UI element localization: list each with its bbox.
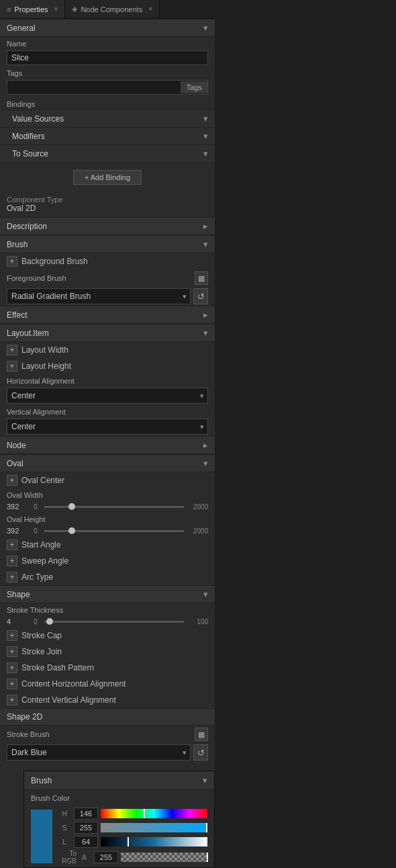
arc-type-plus[interactable]: + — [7, 572, 17, 582]
node-components-tab-close[interactable]: × — [148, 5, 152, 13]
oval-width-slider[interactable] — [44, 506, 184, 508]
general-section-header[interactable]: General — [0, 19, 215, 37]
to-source-label: To Source — [12, 149, 48, 159]
effect-chevron-icon — [203, 310, 208, 320]
a-input[interactable] — [94, 851, 118, 863]
name-input[interactable] — [7, 50, 208, 65]
s-label: S — [58, 824, 71, 832]
oval-height-value: 392 — [7, 527, 27, 535]
brush-popup-title: Brush — [31, 776, 52, 785]
brush-popup-chevron-icon[interactable] — [203, 775, 207, 785]
stroke-join-plus[interactable]: + — [7, 646, 17, 657]
stroke-cap-plus[interactable]: + — [7, 630, 17, 641]
modifiers-header[interactable]: Modifiers — [0, 127, 215, 144]
properties-tab-close[interactable]: × — [54, 5, 58, 13]
foreground-brush-dropdown-row: Radial Gradient Brush ↺ — [7, 288, 208, 304]
arc-type-row[interactable]: + Arc Type — [0, 569, 215, 585]
v-align-dropdown-row: Center Left Right Stretch — [7, 419, 208, 435]
layout-item-section-header[interactable]: Layout.Item — [0, 324, 215, 342]
h-align-dropdown[interactable]: Center Left Right Stretch — [7, 388, 208, 404]
hue-bar-container[interactable] — [101, 809, 207, 818]
stroke-join-row[interactable]: + Stroke Join — [0, 644, 215, 660]
brush-section-header[interactable]: Brush — [0, 235, 215, 253]
v-align-label: Vertical Alignment — [0, 405, 215, 417]
shape2d-section-header[interactable]: Shape 2D — [0, 708, 215, 726]
sweep-angle-plus[interactable]: + — [7, 556, 17, 566]
node-chevron-icon — [203, 440, 208, 450]
stroke-thickness-value: 4 — [7, 617, 27, 625]
background-brush-row[interactable]: + Background Brush — [0, 253, 215, 269]
h-label: H — [58, 810, 71, 818]
stroke-dash-pattern-row[interactable]: + Stroke Dash Pattern — [0, 660, 215, 676]
stroke-thickness-slider[interactable] — [44, 621, 184, 623]
description-chevron-icon — [203, 221, 208, 231]
lightness-bar-container[interactable] — [101, 837, 207, 847]
general-section-title: General — [7, 24, 36, 33]
color-controls: H S L — [58, 808, 207, 865]
tags-button[interactable]: Tags — [181, 81, 207, 93]
content-h-align-plus[interactable]: + — [7, 679, 17, 689]
foreground-brush-reset-btn[interactable]: ↺ — [193, 288, 208, 304]
v-align-dropdown[interactable]: Center Left Right Stretch — [7, 419, 208, 435]
value-sources-chevron-icon — [203, 114, 208, 124]
alpha-bar-container[interactable] — [121, 853, 207, 862]
node-section-header[interactable]: Node — [0, 436, 215, 454]
add-binding-button[interactable]: + Add Binding — [73, 170, 142, 185]
oval-center-plus[interactable]: + — [7, 475, 17, 486]
start-angle-row[interactable]: + Start Angle — [0, 537, 215, 553]
h-input[interactable] — [74, 808, 98, 820]
tab-node-components[interactable]: ◈ Node Components × — [65, 0, 160, 18]
oval-height-min: 0 — [31, 527, 40, 535]
foreground-brush-dropdown[interactable]: Radial Gradient Brush — [7, 288, 191, 304]
stroke-brush-dropdown-row: Dark Blue ↺ — [7, 744, 208, 761]
description-section-title: Description — [7, 222, 47, 231]
effect-section-header[interactable]: Effect — [0, 306, 215, 324]
saturation-bar-container[interactable] — [101, 823, 207, 832]
layout-item-section-title: Layout.Item — [7, 329, 49, 338]
background-brush-plus[interactable]: + — [7, 256, 17, 267]
oval-section-header[interactable]: Oval — [0, 454, 215, 472]
color-swatch[interactable] — [31, 810, 52, 863]
oval-height-label: Oval Height — [0, 513, 215, 525]
content-v-align-row[interactable]: + Content Vertical Alignment — [0, 692, 215, 708]
to-source-chevron-icon — [203, 148, 208, 159]
bindings-label: Bindings — [0, 96, 215, 110]
stroke-brush-label: Stroke Brush — [7, 730, 50, 738]
stroke-brush-dropdown-wrapper: Dark Blue — [7, 744, 191, 761]
brush-chevron-icon — [203, 239, 208, 249]
a-label: A — [82, 854, 89, 861]
layout-width-plus[interactable]: + — [7, 345, 17, 355]
brush-popup-header: Brush — [24, 771, 214, 790]
stroke-brush-dropdown[interactable]: Dark Blue — [7, 744, 191, 761]
oval-center-row[interactable]: + Oval Center — [0, 472, 215, 488]
sweep-angle-label: Sweep Angle — [21, 556, 68, 566]
tags-input[interactable] — [7, 81, 181, 94]
foreground-brush-icon-btn[interactable]: ▦ — [195, 271, 208, 285]
h-align-dropdown-row: Center Left Right Stretch — [7, 388, 208, 404]
layout-height-label: Layout Height — [21, 361, 71, 371]
layout-width-row[interactable]: + Layout Width — [0, 342, 215, 358]
to-source-header[interactable]: To Source — [0, 144, 215, 162]
start-angle-plus[interactable]: + — [7, 539, 17, 550]
l-label: L — [58, 838, 71, 846]
content-h-align-row[interactable]: + Content Horizontal Alignment — [0, 676, 215, 692]
s-input[interactable] — [74, 822, 98, 834]
stroke-brush-icon-btn[interactable]: ▦ — [195, 728, 208, 741]
stroke-dash-pattern-plus[interactable]: + — [7, 662, 17, 673]
stroke-cap-row[interactable]: + Stroke Cap — [0, 627, 215, 644]
tab-properties[interactable]: ≡ Properties × — [0, 0, 65, 18]
component-type-label: Component Type — [0, 193, 215, 204]
oval-width-max: 2000 — [188, 503, 208, 511]
l-input[interactable] — [74, 836, 98, 848]
stroke-brush-reset-btn[interactable]: ↺ — [193, 744, 208, 761]
content-v-align-plus[interactable]: + — [7, 695, 17, 705]
oval-height-slider-row: 392 0 2000 — [0, 525, 215, 537]
value-sources-header[interactable]: Value Sources — [0, 110, 215, 127]
name-label: Name — [0, 37, 215, 49]
layout-height-row[interactable]: + Layout Height — [0, 358, 215, 374]
layout-height-plus[interactable]: + — [7, 361, 17, 372]
oval-height-slider[interactable] — [44, 530, 184, 532]
sweep-angle-row[interactable]: + Sweep Angle — [0, 553, 215, 569]
description-section-header[interactable]: Description — [0, 217, 215, 235]
shape-section-header[interactable]: Shape — [0, 585, 215, 603]
